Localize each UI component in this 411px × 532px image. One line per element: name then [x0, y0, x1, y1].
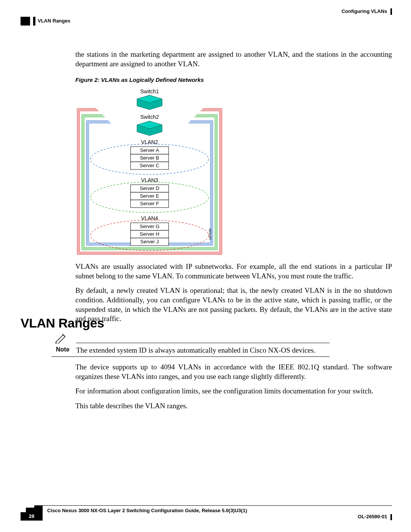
- switch1-label: Switch1: [140, 88, 159, 94]
- note-label: Note: [56, 346, 70, 354]
- page-footer: Cisco Nexus 3000 NX-OS Layer 2 Switching…: [21, 505, 392, 524]
- server-e: Server E: [140, 193, 159, 199]
- server-h: Server H: [140, 231, 159, 237]
- server-f: Server F: [140, 201, 159, 206]
- diagram-svg: Switch1 Switch2 VLAN2 Server A Server B …: [75, 88, 224, 255]
- server-d: Server D: [140, 185, 159, 191]
- footer-bar-icon: [390, 514, 392, 520]
- footer-step-icon: [21, 505, 43, 512]
- doc-id-text: OL-26590-01: [358, 514, 387, 519]
- vlan-ranges-heading: VLAN Ranges: [21, 315, 104, 331]
- server-c: Server C: [140, 163, 159, 168]
- server-g: Server G: [140, 224, 159, 229]
- header-square-icon: [21, 17, 30, 26]
- section-p2: For information about configuration limi…: [75, 387, 392, 396]
- intro-paragraph: the stations in the marketing department…: [75, 50, 392, 69]
- footer-book-title: Cisco Nexus 3000 NX-OS Layer 2 Switching…: [47, 508, 247, 514]
- figure-id: 187539: [208, 228, 212, 240]
- pencil-icon: [55, 333, 67, 343]
- header-chip-icon: [33, 17, 35, 26]
- section-title: VLAN Ranges: [38, 18, 70, 24]
- section-p3: This table describes the VLAN ranges.: [75, 401, 392, 411]
- below-note: The device supports up to 4094 VLANs in …: [75, 363, 392, 416]
- post-figure-p1: VLANs are usually associated with IP sub…: [75, 262, 392, 281]
- switch2-label: Switch2: [140, 114, 159, 120]
- header-bar-icon: [390, 8, 392, 15]
- page-number: 28: [21, 512, 43, 521]
- note-rule-top: [76, 343, 330, 343]
- footer-doc-id: OL-26590-01: [358, 514, 392, 520]
- post-figure-p2: By default, a newly created VLAN is oper…: [75, 286, 392, 324]
- vlan-diagram: Switch1 Switch2 VLAN2 Server A Server B …: [75, 88, 224, 255]
- chapter-title-text: Configuring VLANs: [341, 8, 387, 14]
- footer-rule: [43, 505, 392, 506]
- page-header: Configuring VLANs VLAN Ranges: [21, 8, 392, 22]
- chapter-title: Configuring VLANs: [341, 8, 392, 15]
- section-p1: The device supports up to 4094 VLANs in …: [75, 363, 392, 381]
- server-a: Server A: [140, 147, 159, 153]
- content-column: the stations in the marketing department…: [75, 50, 392, 329]
- figure-caption: Figure 2: VLANs as Logically Defined Net…: [75, 76, 392, 84]
- note-text: The extended system ID is always automat…: [76, 346, 315, 355]
- server-j: Server J: [140, 239, 159, 244]
- server-b: Server B: [140, 155, 159, 161]
- note-rule-bottom: [51, 356, 330, 357]
- section-indicator: VLAN Ranges: [21, 17, 70, 26]
